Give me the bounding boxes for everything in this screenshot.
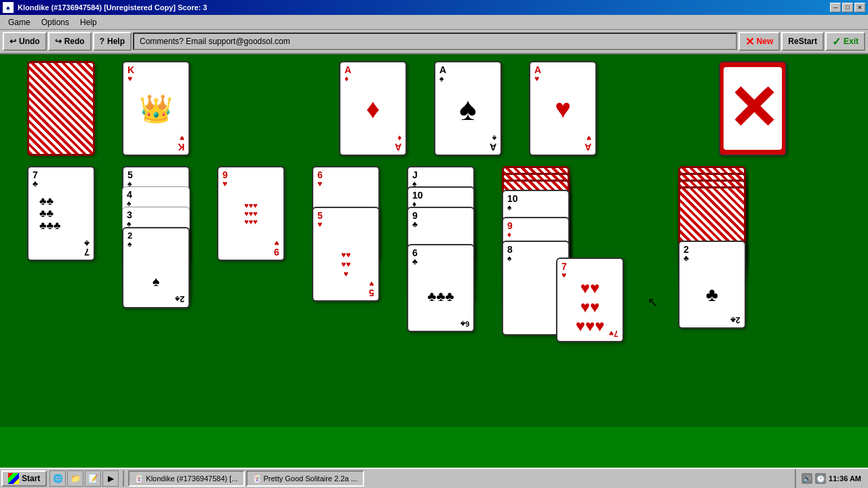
foundation-3[interactable]: A♥ ♥ A♥ xyxy=(529,61,597,156)
undo-icon: ↩ xyxy=(9,37,16,46)
speaker-icon[interactable]: 🔊 xyxy=(802,473,812,484)
comment-text: Comments? Email support@goodsol.com xyxy=(133,33,737,50)
new-x-icon: ✕ xyxy=(745,35,754,48)
maximize-button[interactable]: □ xyxy=(842,3,853,12)
windows-logo xyxy=(8,473,19,484)
menu-bar: Game Options Help xyxy=(0,15,868,30)
menu-help[interactable]: Help xyxy=(75,16,102,28)
title-bar: ♠ Klondike (#1736947584) [Unregistered C… xyxy=(0,0,868,15)
game-area[interactable]: K♥ 👑 K♥ A♦ ♦ A♦ A♠ ♠ A♠ A♥ ♥ A♥ ✕ ✕ xyxy=(0,54,868,427)
window-title: Klondike (#1736947584) [Unregistered Cop… xyxy=(18,3,830,12)
foundation-1[interactable]: A♦ ♦ A♦ xyxy=(339,61,407,156)
redo-icon: ↪ xyxy=(55,37,62,46)
help-icon: ? xyxy=(100,37,104,46)
tableau-4-bot[interactable]: 5♥ ♥♥♥♥♥ 5♥ xyxy=(312,207,380,302)
minimize-button[interactable]: ─ xyxy=(830,3,841,12)
main-window: ♠ Klondike (#1736947584) [Unregistered C… xyxy=(0,0,868,427)
tableau-3[interactable]: 9♥ ♥♥♥♥♥♥♥♥♥ 9♥ xyxy=(217,166,285,261)
close-button[interactable]: ✕ xyxy=(854,3,865,12)
taskbar-item-1[interactable]: 🃏 Klondike (#1736947584) [... xyxy=(128,470,244,487)
window-controls: ─ □ ✕ xyxy=(830,3,865,12)
new-button[interactable]: ✕ New xyxy=(738,32,781,51)
stock-pile[interactable] xyxy=(27,61,95,156)
toolbar: ↩ Undo ↪ Redo ? Help Comments? Email sup… xyxy=(0,30,868,54)
tableau-1[interactable]: 7♣ ♣♣♣♣♣♣♣ 7♣ xyxy=(27,166,95,261)
clock-display: 11:36 AM xyxy=(829,474,861,483)
clock-icon: 🕐 xyxy=(815,473,826,484)
window-icon: ♠ xyxy=(3,2,14,13)
help-button[interactable]: ? Help xyxy=(93,32,132,51)
cursor: ↖ xyxy=(648,295,658,310)
folder-icon[interactable]: 📁 xyxy=(67,470,83,487)
redo-button[interactable]: ↪ Redo xyxy=(48,32,92,51)
taskbar: Start 🌐 📁 📝 ▶ 🃏 Klondike (#1736947584) [… xyxy=(0,468,868,488)
media-icon[interactable]: ▶ xyxy=(102,470,119,487)
restart-button[interactable]: ReStart xyxy=(781,32,824,51)
foundation-2[interactable]: A♠ ♠ A♠ xyxy=(434,61,502,156)
ie-icon[interactable]: 🌐 xyxy=(50,470,66,487)
start-button[interactable]: Start xyxy=(1,470,47,487)
waste-pile-card[interactable]: K♥ 👑 K♥ xyxy=(122,61,190,156)
system-tray: 🔊 🕐 11:36 AM xyxy=(795,469,867,488)
taskbar-items: 🃏 Klondike (#1736947584) [... 🃏 Pretty G… xyxy=(128,470,795,487)
tableau-5-bot[interactable]: 6♣ ♣♣♣ 6♣ xyxy=(407,244,475,332)
quick-launch: 🌐 📁 📝 ▶ xyxy=(47,470,121,487)
tableau-7-2clubs[interactable]: 2♣ ♣ 2♣ xyxy=(678,241,746,329)
check-icon: ✓ xyxy=(832,35,841,48)
tableau-2-bot[interactable]: 2♠ ♠ 2♠ xyxy=(122,227,190,308)
tableau-6-7[interactable]: 7♥ ♥♥♥♥♥♥♥ 7♥ xyxy=(556,258,624,342)
menu-game[interactable]: Game xyxy=(3,16,36,28)
menu-options[interactable]: Options xyxy=(36,16,75,28)
notepad-icon[interactable]: 📝 xyxy=(85,470,101,487)
exit-button[interactable]: ✓ Exit xyxy=(825,32,865,51)
taskbar-item-2[interactable]: 🃏 Pretty Good Solitaire 2.2a ... xyxy=(246,470,364,487)
undo-button[interactable]: ↩ Undo xyxy=(3,32,47,51)
